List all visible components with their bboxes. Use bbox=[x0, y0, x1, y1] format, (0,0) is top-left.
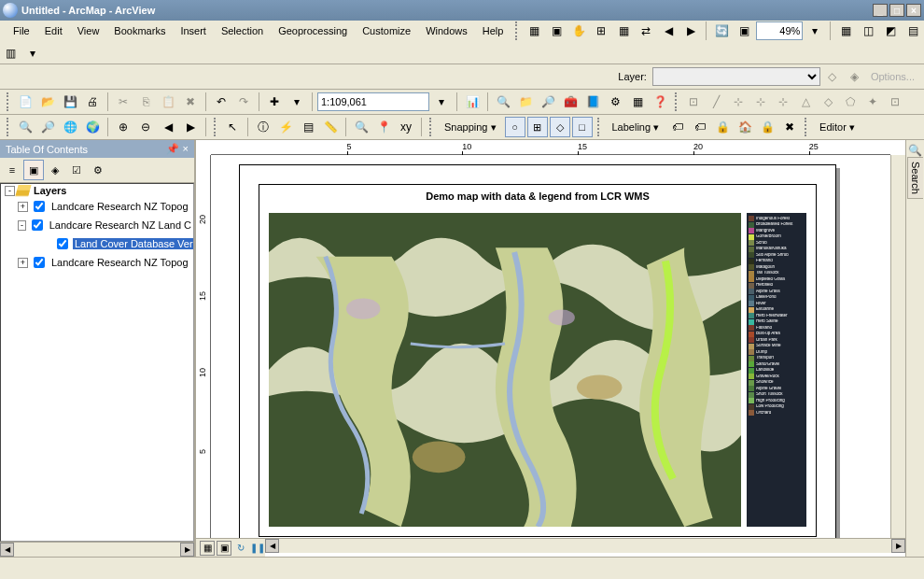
layout-zoom-icon[interactable]: ▣ bbox=[734, 21, 754, 41]
html-popup-icon[interactable]: ▤ bbox=[298, 117, 318, 137]
full-extent-icon[interactable]: 🌍 bbox=[82, 117, 103, 137]
toc-title-bar[interactable]: Table Of Contents 📌 × bbox=[0, 140, 194, 158]
editor-dropdown[interactable]: Editor ▾ bbox=[813, 117, 861, 137]
data-frame-tool-3[interactable]: ◩ bbox=[880, 21, 901, 41]
label-tool-2[interactable]: 🏷 bbox=[690, 117, 710, 137]
scrollbar-vertical[interactable] bbox=[890, 155, 905, 538]
layer-label-selected[interactable]: Land Cover Database Ver bbox=[73, 238, 194, 249]
snap-edge-icon[interactable]: □ bbox=[572, 117, 593, 137]
help-icon[interactable]: ❓ bbox=[650, 92, 670, 112]
maximize-button[interactable]: □ bbox=[889, 4, 904, 17]
toc-list-by-selection-icon[interactable]: ☑ bbox=[66, 160, 87, 180]
layout-page[interactable]: Demo map with data & legend from LCR WMS bbox=[239, 164, 836, 538]
snap-vertex-icon[interactable]: ◇ bbox=[550, 117, 570, 137]
map-data-frame[interactable] bbox=[269, 213, 741, 527]
zoom-percent-input[interactable] bbox=[756, 21, 803, 40]
snap-square-icon[interactable]: ⊞ bbox=[527, 117, 548, 137]
layer-label[interactable]: Landcare Research NZ Topog bbox=[49, 201, 190, 212]
menu-windows[interactable]: Windows bbox=[418, 23, 475, 38]
hyperlink-icon[interactable]: ⚡ bbox=[275, 117, 296, 137]
data-frame-tool-6[interactable]: ▾ bbox=[22, 43, 43, 64]
map-canvas[interactable]: Demo map with data & legend from LCR WMS bbox=[211, 155, 890, 538]
toolbar-grip[interactable] bbox=[675, 92, 679, 111]
fixed-zoom-in-icon[interactable]: ⊕ bbox=[113, 117, 133, 137]
layout-tool-1[interactable]: ▦ bbox=[524, 21, 544, 41]
tree-root-label[interactable]: Layers bbox=[32, 185, 68, 196]
find-tool-icon[interactable]: 🔍 bbox=[493, 92, 513, 112]
toc-list-by-source-icon[interactable]: ▣ bbox=[23, 160, 44, 180]
exchange-icon[interactable]: ⇄ bbox=[636, 21, 656, 41]
find-route-icon[interactable]: 📍 bbox=[373, 117, 394, 137]
zoom-dropdown-icon[interactable]: ▾ bbox=[805, 21, 825, 41]
zoom-in-icon[interactable]: 🔍 bbox=[15, 117, 35, 137]
layer-label[interactable]: Landcare Research NZ Topog bbox=[49, 257, 190, 268]
label-tool-5[interactable]: 🔒 bbox=[757, 117, 777, 137]
toc-list-by-visibility-icon[interactable]: ◈ bbox=[45, 160, 65, 180]
menu-file[interactable]: File bbox=[6, 23, 37, 38]
menu-view[interactable]: View bbox=[70, 23, 107, 38]
toolbar-grip[interactable] bbox=[515, 21, 519, 40]
new-icon[interactable]: 📄 bbox=[15, 92, 35, 112]
model-builder-icon[interactable]: ⚙ bbox=[605, 92, 625, 112]
layout-view-tab[interactable]: ▣ bbox=[217, 541, 231, 556]
menu-bookmarks[interactable]: Bookmarks bbox=[106, 23, 173, 38]
scrollbar-horizontal[interactable]: ◀▶ bbox=[265, 538, 905, 553]
data-frame-tool-5[interactable]: ▥ bbox=[0, 43, 21, 64]
menu-edit[interactable]: Edit bbox=[37, 23, 70, 38]
label-tool-4[interactable]: 🏠 bbox=[735, 117, 755, 137]
add-data-dropdown[interactable]: ▾ bbox=[287, 92, 307, 112]
zoom-fixed-icon[interactable]: ▦ bbox=[613, 21, 634, 41]
refresh-view-icon[interactable]: ↻ bbox=[233, 541, 248, 556]
layer-checkbox[interactable] bbox=[34, 201, 45, 212]
zoom-full-icon[interactable]: ⊞ bbox=[591, 21, 611, 41]
search-window-icon[interactable]: 🔎 bbox=[538, 92, 558, 112]
minimize-button[interactable]: _ bbox=[873, 4, 888, 17]
menu-customize[interactable]: Customize bbox=[355, 23, 418, 38]
scale-input[interactable] bbox=[317, 92, 429, 111]
toolbar-grip[interactable] bbox=[597, 118, 601, 136]
print-icon[interactable]: 🖨 bbox=[82, 92, 103, 112]
catalog-icon[interactable]: 📁 bbox=[515, 92, 536, 112]
labeling-dropdown[interactable]: Labeling ▾ bbox=[606, 117, 666, 137]
tree-expand-icon[interactable]: - bbox=[18, 220, 26, 231]
results-icon[interactable]: ▦ bbox=[627, 92, 648, 112]
measure-icon[interactable]: 📏 bbox=[320, 117, 341, 137]
globe-pan-icon[interactable]: 🌐 bbox=[60, 117, 80, 137]
find-icon[interactable]: 🔍 bbox=[351, 117, 371, 137]
editor-toolbar-icon[interactable]: 📊 bbox=[462, 92, 483, 112]
toc-close-icon[interactable]: × bbox=[183, 143, 189, 155]
forward-icon[interactable]: ▶ bbox=[180, 117, 201, 137]
save-icon[interactable]: 💾 bbox=[60, 92, 80, 112]
toolbar-grip[interactable] bbox=[7, 118, 10, 136]
layer-label[interactable]: Landcare Research NZ Land C bbox=[48, 219, 193, 231]
python-icon[interactable]: 📘 bbox=[582, 92, 603, 112]
toolbar-grip[interactable] bbox=[429, 118, 433, 136]
tree-expand-icon[interactable]: + bbox=[18, 258, 28, 268]
search-icon[interactable]: 🔍 bbox=[908, 144, 922, 157]
menu-selection[interactable]: Selection bbox=[214, 23, 271, 38]
toolbar-grip[interactable] bbox=[7, 92, 10, 111]
layer-checkbox[interactable] bbox=[57, 238, 68, 249]
scale-dropdown[interactable]: ▾ bbox=[431, 92, 452, 112]
layer-checkbox[interactable] bbox=[32, 219, 43, 231]
data-view-tab[interactable]: ▦ bbox=[200, 541, 215, 556]
menu-geoprocessing[interactable]: Geoprocessing bbox=[271, 23, 355, 38]
data-frame-tool-2[interactable]: ◫ bbox=[858, 21, 878, 41]
toc-tree[interactable]: - Layers + Landcare Research NZ Topog - … bbox=[0, 183, 194, 542]
undo-icon[interactable]: ↶ bbox=[211, 92, 231, 112]
label-tool-3[interactable]: 🔒 bbox=[712, 117, 733, 137]
label-tool-1[interactable]: 🏷 bbox=[667, 117, 688, 137]
layout-tool-2[interactable]: ▣ bbox=[546, 21, 567, 41]
toolbar-grip[interactable] bbox=[214, 118, 217, 136]
toc-options-icon[interactable]: ⚙ bbox=[88, 160, 108, 180]
data-frame-tool-4[interactable]: ▤ bbox=[903, 21, 923, 41]
toc-list-by-drawing-icon[interactable]: ≡ bbox=[2, 160, 22, 180]
layer-dropdown[interactable] bbox=[652, 67, 820, 86]
next-extent-icon[interactable]: ▶ bbox=[680, 21, 701, 41]
snap-circle-icon[interactable]: ○ bbox=[505, 117, 525, 137]
data-frame-tool-1[interactable]: ▦ bbox=[835, 21, 856, 41]
toc-pin-icon[interactable]: 📌 bbox=[166, 143, 179, 155]
toc-scrollbar[interactable]: ◀▶ bbox=[0, 542, 194, 557]
menu-insert[interactable]: Insert bbox=[173, 23, 214, 38]
search-tab[interactable]: Search bbox=[907, 157, 923, 199]
